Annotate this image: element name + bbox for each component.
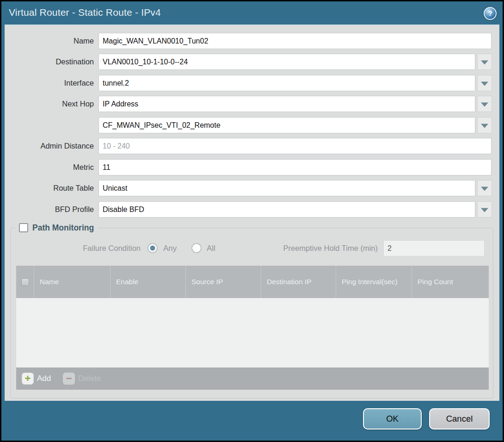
next-hop-address-input[interactable] <box>98 117 475 133</box>
interface-input[interactable] <box>98 75 475 91</box>
bfd-profile-input[interactable] <box>98 201 475 218</box>
chevron-down-icon <box>481 124 488 128</box>
table-toolbar: + Add − Delete <box>16 367 489 390</box>
failure-condition-label: Failure Condition <box>11 240 141 256</box>
metric-label: Metric <box>5 159 94 175</box>
metric-input[interactable] <box>98 159 492 175</box>
table-header-row: Name Enable Source IP Destination IP Pin… <box>16 266 489 298</box>
select-all-cell <box>16 266 34 298</box>
admin-distance-input[interactable] <box>98 138 492 154</box>
add-button-label: Add <box>37 374 51 383</box>
static-route-dialog: Virtual Router - Static Route - IPv4 ? N… <box>0 0 504 442</box>
chevron-down-icon <box>481 208 488 212</box>
failure-condition-all-radio[interactable] <box>191 243 202 253</box>
path-monitoring-table: Name Enable Source IP Destination IP Pin… <box>16 266 489 390</box>
name-input[interactable] <box>98 33 492 49</box>
path-monitoring-legend: Path Monitoring <box>15 222 98 234</box>
column-header-ping-interval: Ping Interval(sec) <box>336 266 412 298</box>
failure-condition-any-label: Any <box>163 240 177 256</box>
title-bar: Virtual Router - Static Route - IPv4 ? <box>1 1 503 25</box>
ok-button[interactable]: OK <box>363 408 422 430</box>
name-label: Name <box>5 33 94 49</box>
preemptive-hold-time-label: Preemptive Hold Time (min) <box>251 240 378 256</box>
destination-dropdown-button[interactable] <box>477 54 492 70</box>
column-header-name: Name <box>34 266 110 298</box>
preemptive-hold-time-input[interactable] <box>383 240 485 256</box>
admin-distance-label: Admin Distance <box>5 138 94 154</box>
column-header-ping-count: Ping Count <box>412 266 489 298</box>
bfd-profile-label: BFD Profile <box>5 201 94 218</box>
form-row-next-hop-address <box>5 117 499 133</box>
next-hop-label: Next Hop <box>5 96 94 112</box>
form-row-metric: Metric <box>5 159 499 175</box>
interface-dropdown-button[interactable] <box>477 75 492 91</box>
chevron-down-icon <box>481 187 488 191</box>
chevron-down-icon <box>481 102 488 106</box>
route-table-dropdown-button[interactable] <box>477 180 492 196</box>
cancel-button[interactable]: Cancel <box>429 408 490 430</box>
next-hop-type-input[interactable] <box>98 96 475 112</box>
form-row-admin-distance: Admin Distance <box>5 138 499 154</box>
next-hop-address-label <box>5 117 94 133</box>
path-monitoring-checkbox[interactable] <box>19 223 28 232</box>
chevron-down-icon <box>481 81 488 86</box>
route-table-input[interactable] <box>98 180 475 196</box>
form-row-route-table: Route Table <box>5 180 499 196</box>
next-hop-type-dropdown-button[interactable] <box>477 96 492 112</box>
column-header-destination-ip: Destination IP <box>261 266 336 298</box>
select-all-checkbox[interactable] <box>21 278 29 286</box>
add-button[interactable]: + Add <box>22 373 51 385</box>
destination-input[interactable] <box>98 54 475 70</box>
failure-condition-all-label: All <box>207 240 215 256</box>
delete-button[interactable]: − Delete <box>63 373 101 385</box>
path-monitoring-label: Path Monitoring <box>32 223 94 233</box>
next-hop-address-dropdown-button[interactable] <box>477 117 492 133</box>
route-table-label: Route Table <box>5 180 94 196</box>
chevron-down-icon <box>481 60 488 64</box>
form-row-interface: Interface <box>5 75 499 91</box>
delete-icon: − <box>63 373 75 385</box>
column-header-enable: Enable <box>110 266 185 298</box>
path-monitoring-section: Path Monitoring Failure Condition Any Al… <box>10 228 493 398</box>
column-header-source-ip: Source IP <box>185 266 261 298</box>
form-row-bfd-profile: BFD Profile <box>5 201 499 218</box>
help-icon[interactable]: ? <box>484 7 497 20</box>
failure-condition-any-radio[interactable] <box>148 243 158 253</box>
table-body-empty <box>16 298 489 367</box>
form-row-next-hop: Next Hop <box>5 96 499 112</box>
form-row-name: Name <box>5 33 499 49</box>
form-row-destination: Destination <box>5 54 499 70</box>
add-icon: + <box>22 373 34 385</box>
dialog-content: Name Destination Interface Next Hop Admi… <box>5 25 499 401</box>
bfd-profile-dropdown-button[interactable] <box>477 201 492 218</box>
interface-label: Interface <box>5 75 94 91</box>
destination-label: Destination <box>5 54 94 70</box>
dialog-title: Virtual Router - Static Route - IPv4 <box>9 7 161 18</box>
failure-condition-row: Failure Condition Any All Preemptive Hol… <box>11 240 493 256</box>
delete-button-label: Delete <box>78 374 101 383</box>
